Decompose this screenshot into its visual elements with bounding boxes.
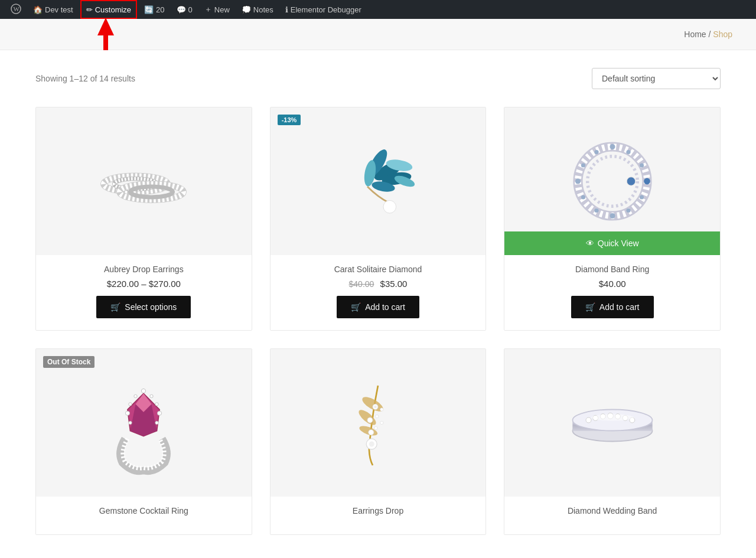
- add-to-cart-button-p2[interactable]: 🛒 Add to cart: [337, 296, 419, 318]
- breadcrumb-separator: /: [709, 30, 711, 39]
- feather-earring-image: [325, 370, 431, 476]
- svg-point-48: [358, 424, 379, 438]
- product-name-p3[interactable]: Diamond Band Ring: [511, 265, 713, 274]
- breadcrumb-home[interactable]: Home: [684, 30, 706, 39]
- svg-point-40: [158, 411, 162, 415]
- discount-badge-p2: -13%: [278, 115, 301, 125]
- quick-view-button-p3[interactable]: 👁 Quick View: [504, 231, 720, 255]
- svg-point-45: [129, 421, 132, 424]
- svg-point-63: [586, 417, 591, 423]
- product-name-p1[interactable]: Aubrey Drop Earrings: [43, 265, 245, 274]
- sort-select[interactable]: Default sorting Sort by popularity Sort …: [592, 68, 721, 89]
- cart-icon-p3: 🛒: [585, 302, 595, 312]
- product-image-p4: Out Of Stock: [36, 349, 252, 497]
- earrings-drop-image: [90, 128, 197, 234]
- current-price-p3: $40.00: [599, 279, 626, 289]
- add-to-cart-label-p2: Add to cart: [365, 302, 405, 312]
- product-name-p5[interactable]: Earrings Drop: [278, 506, 479, 515]
- product-info-p5: Earrings Drop: [271, 497, 486, 534]
- svg-point-39: [155, 403, 158, 406]
- svg-point-16: [383, 200, 396, 213]
- updates-icon: 🔄: [144, 5, 154, 14]
- svg-point-42: [134, 394, 137, 397]
- customize-item[interactable]: ✏ Customize: [80, 0, 137, 19]
- elementor-item[interactable]: ℹ Elementor Debugger: [281, 0, 366, 19]
- wedding-band-image: [559, 370, 666, 476]
- product-image-p3: 👁 Quick View: [504, 107, 720, 255]
- svg-point-25: [644, 178, 650, 185]
- eye-icon-p3: 👁: [586, 239, 594, 248]
- updates-count: 20: [156, 5, 164, 14]
- shop-header: Showing 1–12 of 14 results Default sorti…: [35, 68, 721, 89]
- arrow-stem: [103, 35, 108, 50]
- elementor-label: Elementor Debugger: [291, 5, 361, 14]
- notes-label: Notes: [253, 5, 273, 14]
- original-price-p2: $40.00: [349, 279, 374, 289]
- svg-point-43: [129, 403, 132, 406]
- svg-point-32: [581, 163, 585, 167]
- shop-container: Showing 1–12 of 14 results Default sorti…: [24, 50, 732, 553]
- comments-item[interactable]: 💬 0: [172, 0, 197, 19]
- svg-point-31: [575, 179, 581, 184]
- current-price-p2: $35.00: [380, 279, 408, 289]
- product-name-p6[interactable]: Diamond Wedding Band: [511, 506, 713, 515]
- svg-point-28: [610, 213, 615, 218]
- product-card-p3: 👁 Quick View Diamond Band Ring $40.00 🛒 …: [504, 107, 721, 331]
- main-content: Home / Shop Showing 1–12 of 14 results D…: [0, 19, 756, 558]
- select-options-button-p1[interactable]: 🛒 Select options: [96, 296, 191, 318]
- product-card-p1: Aubrey Drop Earrings $220.00 – $270.00 🛒…: [35, 107, 252, 331]
- oos-badge-p4: Out Of Stock: [43, 356, 94, 368]
- product-image-p5: [271, 349, 486, 497]
- product-info-p4: Gemstone Cocktail Ring: [36, 497, 252, 534]
- product-info-p3: Diamond Band Ring $40.00 🛒 Add to cart: [504, 255, 720, 330]
- svg-point-58: [369, 442, 374, 447]
- add-to-cart-button-p3[interactable]: 🛒 Add to cart: [571, 296, 654, 318]
- notes-icon: 💭: [242, 5, 251, 14]
- quick-view-label-p3: Quick View: [598, 239, 639, 248]
- cart-icon-p2: 🛒: [351, 302, 361, 312]
- svg-text:W: W: [14, 5, 20, 12]
- svg-point-37: [142, 389, 146, 393]
- svg-point-20: [627, 177, 635, 185]
- wp-logo-item[interactable]: W: [6, 0, 26, 19]
- price-range-p1: $220.00 – $270.00: [107, 279, 181, 289]
- svg-point-24: [640, 163, 644, 167]
- product-name-p2[interactable]: Carat Solitaire Diamond: [278, 265, 479, 274]
- product-card-p2: -13%: [270, 107, 487, 331]
- arrow-up: [97, 18, 114, 35]
- svg-point-26: [640, 195, 644, 199]
- info-icon: ℹ: [285, 5, 288, 14]
- svg-point-52: [374, 406, 377, 409]
- wordpress-icon: W: [11, 4, 21, 16]
- cocktail-ring-image: [90, 370, 197, 476]
- svg-point-55: [380, 421, 383, 424]
- svg-point-27: [626, 208, 630, 213]
- svg-point-41: [155, 421, 158, 424]
- svg-point-51: [369, 430, 374, 435]
- product-info-p6: Diamond Wedding Band: [504, 497, 720, 534]
- product-image-p1: [36, 107, 252, 255]
- svg-point-44: [126, 411, 130, 415]
- product-image-p6: [504, 349, 720, 497]
- new-item[interactable]: ＋ New: [200, 0, 234, 19]
- updates-item[interactable]: 🔄 20: [139, 0, 169, 19]
- svg-point-38: [150, 394, 153, 397]
- product-price-p3: $40.00: [511, 279, 713, 289]
- svg-point-30: [581, 195, 585, 199]
- product-grid: Aubrey Drop Earrings $220.00 – $270.00 🛒…: [35, 107, 721, 535]
- band-ring-image: [559, 128, 666, 234]
- svg-point-23: [626, 150, 630, 154]
- svg-point-53: [380, 408, 383, 411]
- notes-item[interactable]: 💭 Notes: [237, 0, 278, 19]
- product-price-p1: $220.00 – $270.00: [43, 279, 245, 289]
- site-name-item[interactable]: 🏠 Dev test: [28, 0, 78, 19]
- product-name-p4[interactable]: Gemstone Cocktail Ring: [43, 506, 245, 515]
- comments-count: 0: [188, 5, 193, 14]
- brooch-image: [325, 128, 431, 234]
- admin-bar: W 🏠 Dev test ✏ Customize 🔄 20 💬 0 ＋ New …: [0, 0, 756, 19]
- svg-point-22: [610, 144, 615, 149]
- plus-icon: ＋: [204, 4, 212, 15]
- product-card-p6: Diamond Wedding Band: [504, 348, 721, 535]
- site-icon: 🏠: [33, 5, 43, 14]
- site-name-label: Dev test: [45, 5, 73, 14]
